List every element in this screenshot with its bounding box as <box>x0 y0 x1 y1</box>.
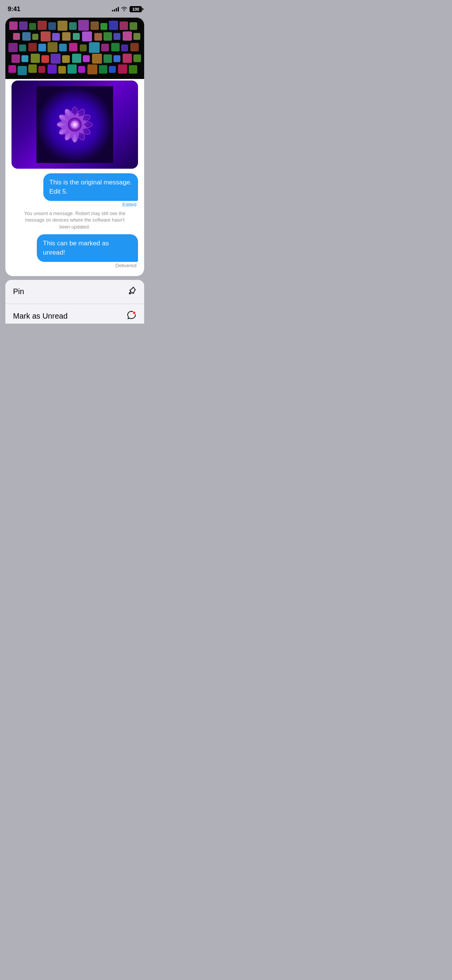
svg-rect-25 <box>123 31 132 41</box>
wifi-icon <box>121 7 127 12</box>
svg-rect-11 <box>109 21 118 30</box>
svg-rect-33 <box>69 43 77 51</box>
svg-rect-43 <box>41 55 49 63</box>
svg-rect-15 <box>22 32 31 41</box>
svg-rect-27 <box>8 43 18 52</box>
bubble-marked-message: This can be marked as unread! <box>37 234 138 262</box>
svg-point-95 <box>133 311 136 314</box>
svg-rect-2 <box>19 21 28 30</box>
mark-unread-label: Mark as Unread <box>13 312 67 321</box>
svg-rect-41 <box>21 55 28 62</box>
svg-rect-16 <box>32 34 38 40</box>
svg-rect-61 <box>87 64 97 74</box>
flower-svg <box>36 86 113 163</box>
svg-rect-34 <box>80 44 87 51</box>
svg-rect-6 <box>58 21 67 31</box>
svg-rect-8 <box>78 20 89 31</box>
svg-rect-7 <box>69 22 77 30</box>
pin-label: Pin <box>13 287 24 296</box>
signal-bar-2 <box>114 9 115 12</box>
svg-rect-46 <box>72 54 81 63</box>
svg-rect-36 <box>101 44 109 51</box>
context-menu-container: Pin Mark as Unread Hide Alerts <box>0 280 150 324</box>
svg-rect-64 <box>118 64 127 74</box>
svg-rect-5 <box>48 22 56 30</box>
flower-image <box>12 81 138 169</box>
delivered-label: Delivered <box>12 263 138 268</box>
svg-rect-3 <box>29 23 36 30</box>
svg-rect-30 <box>38 44 46 51</box>
svg-rect-42 <box>31 54 40 63</box>
message-card: This is the original message. Edit 5. Ed… <box>5 18 144 276</box>
status-bar: 9:41 100 <box>0 0 150 16</box>
menu-item-pin[interactable]: Pin <box>5 280 144 304</box>
svg-rect-51 <box>123 54 132 63</box>
unsent-notice: You unsent a message. Robert may still s… <box>19 210 130 231</box>
svg-rect-38 <box>121 44 128 51</box>
svg-rect-60 <box>78 66 85 73</box>
svg-rect-18 <box>52 33 60 41</box>
svg-rect-53 <box>8 65 16 73</box>
signal-bar-3 <box>116 8 117 12</box>
svg-rect-65 <box>129 65 137 74</box>
svg-rect-59 <box>67 64 77 74</box>
svg-point-93 <box>73 123 77 127</box>
edited-label: Edited <box>12 202 138 207</box>
svg-rect-10 <box>100 23 107 30</box>
svg-rect-24 <box>113 33 120 40</box>
squares-pattern <box>5 18 144 79</box>
top-image <box>5 18 144 79</box>
svg-rect-17 <box>41 31 51 41</box>
svg-rect-9 <box>90 21 99 30</box>
pin-icon <box>127 286 136 298</box>
svg-rect-28 <box>19 44 26 51</box>
svg-rect-58 <box>58 66 66 74</box>
svg-rect-62 <box>99 65 107 74</box>
svg-rect-57 <box>48 64 57 74</box>
svg-rect-47 <box>83 55 90 62</box>
bubble-original-message: This is the original message. Edit 5. <box>43 173 138 201</box>
message-area: This is the original message. Edit 5. Ed… <box>5 170 144 270</box>
svg-rect-63 <box>109 66 116 73</box>
battery-icon: 100 <box>130 6 142 12</box>
svg-rect-45 <box>62 55 70 63</box>
mark-unread-icon <box>127 310 136 322</box>
svg-rect-35 <box>89 42 100 53</box>
signal-bar-4 <box>118 7 119 12</box>
svg-rect-55 <box>28 64 37 73</box>
svg-rect-52 <box>133 54 141 62</box>
svg-rect-21 <box>82 31 92 41</box>
svg-rect-26 <box>133 33 140 40</box>
svg-rect-4 <box>38 21 47 30</box>
signal-bar-1 <box>112 10 113 12</box>
svg-rect-48 <box>92 54 102 64</box>
svg-rect-49 <box>104 54 112 63</box>
svg-rect-50 <box>113 55 120 62</box>
svg-rect-31 <box>48 42 58 52</box>
svg-rect-14 <box>13 33 20 40</box>
menu-item-mark-unread[interactable]: Mark as Unread <box>5 304 144 324</box>
svg-rect-19 <box>62 32 71 41</box>
context-menu: Pin Mark as Unread Hide Alerts <box>5 280 144 324</box>
svg-rect-29 <box>28 43 37 51</box>
svg-rect-32 <box>59 44 67 51</box>
svg-rect-12 <box>120 21 128 30</box>
svg-rect-54 <box>18 66 27 75</box>
signal-icon <box>112 7 119 12</box>
svg-rect-44 <box>51 54 61 64</box>
svg-rect-56 <box>38 66 45 73</box>
svg-rect-1 <box>9 21 18 30</box>
svg-rect-40 <box>12 54 20 63</box>
status-time: 9:41 <box>8 5 20 13</box>
svg-rect-23 <box>104 32 112 41</box>
status-icons: 100 <box>112 6 142 12</box>
svg-rect-20 <box>73 33 80 40</box>
svg-rect-13 <box>130 22 137 30</box>
svg-rect-37 <box>111 43 120 51</box>
svg-rect-39 <box>130 43 139 51</box>
svg-rect-22 <box>94 33 102 41</box>
